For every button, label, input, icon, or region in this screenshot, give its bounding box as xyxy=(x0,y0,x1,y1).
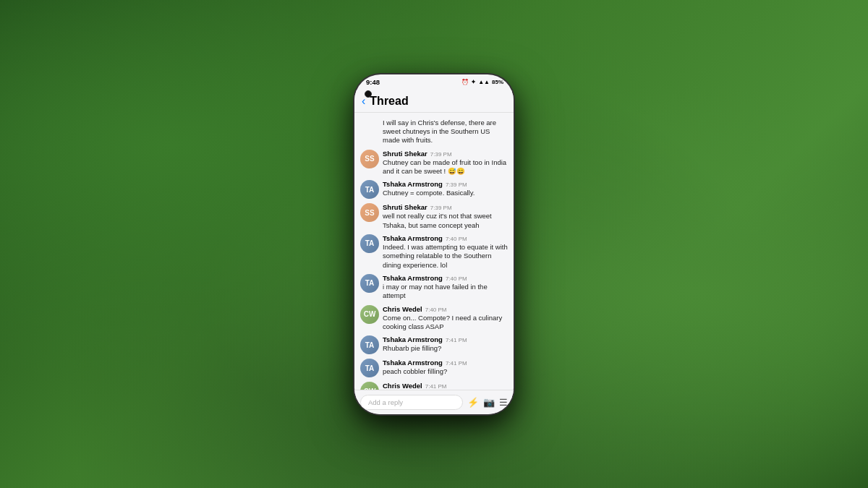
page-title: Thread xyxy=(370,95,408,108)
screen-content: ‹ Thread I will say in Chris's defense, … xyxy=(354,90,514,414)
message-content: Shruti Shekar 7:39 PM well not really cu… xyxy=(383,203,508,230)
message-text: I will say in Chris's defense, there are… xyxy=(383,119,508,145)
message-content: Tshaka Armstrong 7:41 PM peach cobbler f… xyxy=(383,359,508,376)
status-bar: 9:48 ⏰ ✦ ▲▲ 85% xyxy=(354,74,514,90)
message-text: Indeed. I was attempting to equate it wi… xyxy=(383,243,508,270)
sender-name: Shruti Shekar xyxy=(383,203,427,211)
message-text: Chutney = compote. Basically. xyxy=(383,189,508,197)
signal-icon: ▲▲ xyxy=(478,79,490,85)
battery-icon: 85% xyxy=(492,79,503,85)
sender-name: Shruti Shekar xyxy=(383,150,427,158)
avatar: TA xyxy=(360,274,379,293)
message-time: 7:41 PM xyxy=(425,383,447,389)
message-meta: Tshaka Armstrong 7:40 PM xyxy=(383,274,508,282)
sender-name: Tshaka Armstrong xyxy=(383,274,443,282)
message-content: Shruti Shekar 7:39 PM Chutney can be mad… xyxy=(383,150,508,176)
avatar: TA xyxy=(360,335,379,354)
message-meta: Tshaka Armstrong 7:40 PM xyxy=(383,234,508,242)
message-meta: Chris Wedel 7:41 PM xyxy=(383,382,508,389)
status-icons: ⏰ ✦ ▲▲ 85% xyxy=(461,79,503,85)
list-item: SS Shruti Shekar 7:39 PM Chutney can be … xyxy=(360,150,508,176)
message-text: Rhubarb pie filling? xyxy=(383,344,508,353)
sender-name: Tshaka Armstrong xyxy=(383,359,443,367)
message-meta: Tshaka Armstrong 7:41 PM xyxy=(383,359,508,367)
messages-list: I will say in Chris's defense, there are… xyxy=(354,113,514,390)
alarm-icon: ⏰ xyxy=(461,79,469,85)
sender-name: Chris Wedel xyxy=(383,305,422,313)
message-content: Tshaka Armstrong 7:40 PM Indeed. I was a… xyxy=(383,234,508,270)
camera-punch-hole xyxy=(365,90,372,98)
message-text: well not really cuz it's not that sweet … xyxy=(383,212,508,230)
avatar: SS xyxy=(360,150,379,168)
sender-name: Tshaka Armstrong xyxy=(383,234,443,242)
message-content: Tshaka Armstrong 7:40 PM i may or may no… xyxy=(383,274,508,301)
message-meta: Shruti Shekar 7:39 PM xyxy=(383,203,508,211)
list-item: TA Tshaka Armstrong 7:40 PM i may or may… xyxy=(360,274,508,301)
sender-name: Tshaka Armstrong xyxy=(383,335,443,343)
message-meta: Tshaka Armstrong 7:41 PM xyxy=(383,335,508,343)
list-item: I will say in Chris's defense, there are… xyxy=(360,119,508,145)
reply-placeholder: Add a reply xyxy=(368,398,403,406)
message-content: Tshaka Armstrong 7:39 PM Chutney = compo… xyxy=(383,180,508,197)
message-content: Chris Wedel 7:40 PM Come on... Compote? … xyxy=(383,305,508,332)
message-time: 7:40 PM xyxy=(425,307,447,313)
bluetooth-icon: ✦ xyxy=(471,79,476,85)
message-content: I will say in Chris's defense, there are… xyxy=(383,119,508,145)
sender-name: Chris Wedel xyxy=(383,382,422,389)
avatar: TA xyxy=(360,180,379,199)
message-content: Tshaka Armstrong 7:41 PM Rhubarb pie fil… xyxy=(383,335,508,353)
message-time: 7:39 PM xyxy=(446,181,467,188)
phone-device: 9:48 ⏰ ✦ ▲▲ 85% ‹ Thread I will say in C… xyxy=(354,74,514,414)
camera-icon[interactable]: 📷 xyxy=(483,397,495,408)
message-text: i may or may not have failed in the atte… xyxy=(383,283,508,301)
list-item: CW Chris Wedel 7:41 PM Compote is pie fi… xyxy=(360,382,508,389)
message-time: 7:39 PM xyxy=(430,151,452,158)
message-meta: Chris Wedel 7:40 PM xyxy=(383,305,508,313)
avatar: SS xyxy=(360,203,379,222)
message-time: 7:39 PM xyxy=(430,205,452,211)
message-meta: Tshaka Armstrong 7:39 PM xyxy=(383,180,508,188)
thread-header: ‹ Thread xyxy=(354,90,514,113)
reply-input-bar: Add a reply ⚡ 📷 ☰ xyxy=(354,390,514,414)
message-text: Come on... Compote? I need a culinary co… xyxy=(383,314,508,332)
message-time: 7:40 PM xyxy=(446,236,467,242)
message-time: 7:41 PM xyxy=(446,360,467,367)
list-item: TA Tshaka Armstrong 7:41 PM peach cobble… xyxy=(360,359,508,377)
avatar: CW xyxy=(360,382,379,389)
reply-input[interactable]: Add a reply xyxy=(360,395,463,410)
list-item: TA Tshaka Armstrong 7:41 PM Rhubarb pie … xyxy=(360,335,508,354)
message-text: Chutney can be made of fruit too in Indi… xyxy=(383,158,508,176)
message-meta: Shruti Shekar 7:39 PM xyxy=(383,150,508,158)
list-item: TA Tshaka Armstrong 7:40 PM Indeed. I wa… xyxy=(360,234,508,270)
avatar: CW xyxy=(360,305,379,324)
sender-name: Tshaka Armstrong xyxy=(383,180,443,188)
message-time: 7:41 PM xyxy=(446,337,467,343)
list-item: SS Shruti Shekar 7:39 PM well not really… xyxy=(360,203,508,230)
lightning-icon[interactable]: ⚡ xyxy=(467,397,479,408)
message-time: 7:40 PM xyxy=(446,275,467,282)
message-content: Chris Wedel 7:41 PM Compote is pie filli… xyxy=(383,382,508,389)
back-button[interactable]: ‹ xyxy=(362,95,365,108)
list-item: TA Tshaka Armstrong 7:39 PM Chutney = co… xyxy=(360,180,508,199)
status-time: 9:48 xyxy=(366,78,380,86)
avatar: TA xyxy=(360,234,379,253)
message-text: peach cobbler filling? xyxy=(383,367,508,376)
list-item: CW Chris Wedel 7:40 PM Come on... Compot… xyxy=(360,305,508,332)
avatar: TA xyxy=(360,359,379,377)
